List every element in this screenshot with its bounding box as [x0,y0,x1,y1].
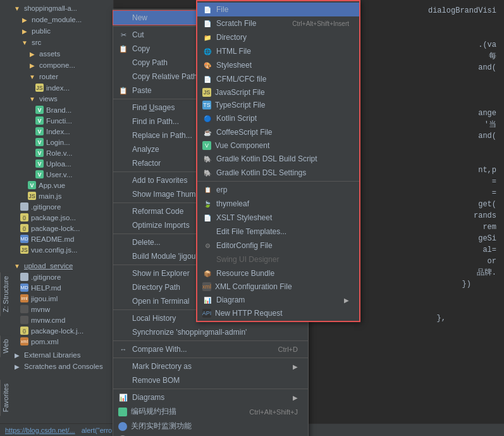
readme-file[interactable]: MD README.md [0,234,113,244]
submenu-xml-config[interactable]: xml XML Configuration File [197,280,359,293]
app-vue-file[interactable]: V App.vue [0,180,113,190]
find-usages-icon [118,103,128,113]
context-menu-remove-bom[interactable]: Remove BOM [113,373,308,387]
u-package-lock-file[interactable]: {} package-lock.j... [0,325,113,336]
erp-icon: 📋 [202,185,212,195]
external-libraries-label: External Libraries [24,351,80,359]
submenu-coffeescript[interactable]: ☕ CoffeeScript File [197,125,359,139]
upload-service-folder[interactable]: ▼ upload_service [0,260,113,271]
submenu-resource-bundle[interactable]: 📦 Resource Bundle [197,266,359,280]
submenu-thymeleaf[interactable]: 🍃 thymeleaf [197,197,359,211]
submenu-editorconfig[interactable]: ⚙ EditorConfig File [197,239,359,252]
context-menu-close-monitor[interactable]: 关闭实时监测功能 [113,419,308,433]
thumbnails-icon [118,189,128,199]
favorites-tab[interactable]: Favorites [0,380,11,416]
cut-icon: ✂ [118,30,128,40]
cfml-label: CFML/CFC file [216,75,349,84]
context-menu-mark-directory[interactable]: Mark Directory as ▶ [113,359,308,373]
submenu-file[interactable]: 📄 File [197,3,359,16]
mvnw-label: mvnw [31,306,50,313]
package-json-file[interactable]: {} package.jso... [0,212,113,223]
compare-shortcut: Ctrl+D [278,346,298,353]
submenu-http-request[interactable]: API New HTTP Request [197,307,359,320]
components-icon: ▶ [28,61,37,70]
views-folder[interactable]: ▼ views [0,93,113,104]
gitignore-file[interactable]: .gitignore [0,201,113,212]
http-request-icon: API [202,309,211,318]
submenu-stylesheet[interactable]: 🎨 Stylesheet [197,58,359,72]
encoding-shortcut: Ctrl+Alt+Shift+J [249,408,298,416]
mvnw-cmd-file[interactable]: mvnw.cmd [0,315,113,325]
pom-xml-file[interactable]: xml pom.xml [0,336,113,347]
vue-config-icon: JS [20,246,28,254]
components-folder[interactable]: ▶ compone... [0,59,113,71]
scratch-icon: 📄 [202,18,212,28]
gitignore-label: .gitignore [31,203,61,211]
submenu-gradle-settings[interactable]: 🐘 Gradle Kotlin DSL Settings [197,166,359,180]
submenu-xslt[interactable]: 📄 XSLT Stylesheet [197,211,359,225]
readme-label: README.md [31,235,74,243]
upload-vue-file[interactable]: V Uploa... [0,158,113,169]
package-json-icon: {} [20,213,28,221]
submenu-erp[interactable]: 📋 erp [197,183,359,197]
function-vue-file[interactable]: V Functi... [0,115,113,126]
context-menu-synchronize[interactable]: Synchronize 'shoppingmall-admin' [113,325,308,339]
pom-xml-icon: xml [20,337,28,346]
new-icon [118,13,128,23]
context-menu-compare-with[interactable]: ↔ Compare With... Ctrl+D [113,342,308,356]
role-vue-file[interactable]: V Role.v... [0,147,113,158]
thymeleaf-icon: 🍃 [202,199,212,209]
user-vue-file[interactable]: V User.v... [0,169,113,180]
index-vue-file[interactable]: V Index... [0,126,113,137]
login-vue-file[interactable]: V Login... [0,137,113,147]
submenu-gradle-build[interactable]: 🐘 Gradle Kotlin DSL Build Script [197,152,359,166]
brand-vue-file[interactable]: V Brand... [0,104,113,115]
u-package-lock-label: package-lock.j... [31,327,83,335]
context-menu-diagrams[interactable]: 📊 Diagrams ▶ [113,390,308,404]
context-menu-encoding[interactable]: 编码规约扫描 Ctrl+Alt+Shift+J [113,404,308,419]
router-folder[interactable]: ▼ router [0,71,113,82]
submenu-vue[interactable]: V Vue Component [197,139,359,152]
node-modules-folder[interactable]: ▶ node_module... [0,14,113,25]
gradle-build-icon: 🐘 [202,154,212,164]
vue-config-file[interactable]: JS vue.config.js... [0,244,113,255]
router-index-file[interactable]: JS index... [0,82,113,93]
submenu-directory[interactable]: 📁 Directory [197,30,359,44]
upload-service-expand-icon: ▼ [13,261,22,270]
find-in-path-icon [118,116,128,127]
submenu-javascript[interactable]: JS JavaScript File [197,86,359,99]
external-libraries[interactable]: ▶ External Libraries [0,349,113,361]
bottom-link[interactable]: https://blog.csdn.net/... [5,427,75,434]
u-gitignore-label: .gitignore [31,273,61,281]
submenu-edit-templates[interactable]: Edit File Templates... [197,225,359,239]
package-lock-file[interactable]: {} package-lock... [0,223,113,234]
scratches-consoles[interactable]: ▶ Scratches and Consoles [0,361,113,372]
stylesheet-label: Stylesheet [216,61,349,70]
submenu-scratch[interactable]: 📄 Scratch File Ctrl+Alt+Shift+Insert [197,16,359,30]
context-menu-create-gist[interactable]: Create Gist... [113,433,308,436]
vue-icon-login: V [35,138,44,146]
mvnw-file[interactable]: mvnw [0,304,113,315]
close-monitor-label: 关闭实时监测功能 [131,421,298,432]
project-root[interactable]: ▼ shoppingmall-a... [0,3,113,14]
close-monitor-icon [118,422,127,431]
build-module-icon [118,251,128,261]
z-structure-tab[interactable]: Z: Structure [0,272,11,316]
main-js-file[interactable]: JS main.js [0,190,113,201]
directory-icon: 📁 [202,32,212,42]
coffeescript-icon: ☕ [202,127,212,137]
submenu-typescript[interactable]: TS TypeScript File [197,99,359,111]
web-tab[interactable]: Web [0,335,11,357]
gradle-settings-icon: 🐘 [202,168,212,178]
submenu-html[interactable]: 🌐 HTML File [197,44,359,58]
jigou-iml-file[interactable]: iml jigou.iml [0,293,113,304]
src-folder[interactable]: ▼ src [0,37,113,48]
submenu-kotlin-script[interactable]: 🔵 Kotlin Script [197,111,359,125]
upload-gitignore-file[interactable]: .gitignore [0,271,113,282]
submenu-cfml[interactable]: 📄 CFML/CFC file [197,72,359,86]
upload-vue-label: Uploa... [46,160,71,168]
help-md-file[interactable]: MD HELP.md [0,282,113,293]
public-folder[interactable]: ▶ public [0,25,113,37]
assets-folder[interactable]: ▶ assets [0,48,113,59]
submenu-diagram[interactable]: 📊 Diagram ▶ [197,293,359,307]
